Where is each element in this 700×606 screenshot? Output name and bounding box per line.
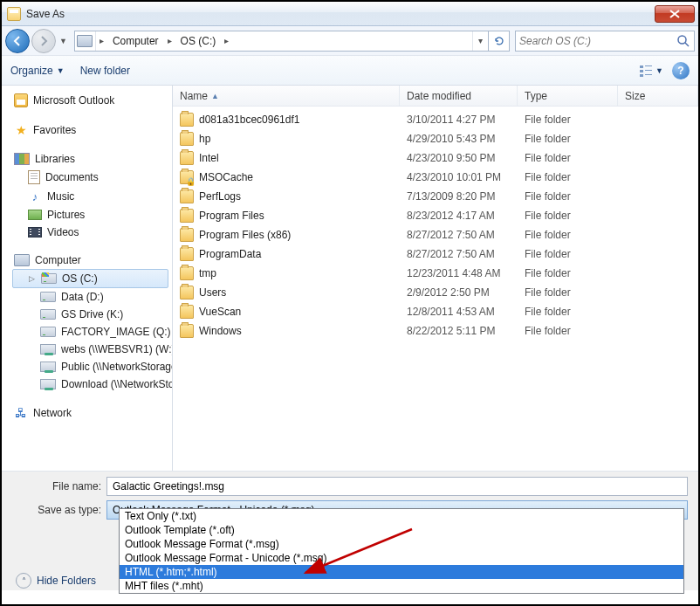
sidebar-item-gs-drive[interactable]: GS Drive (K:) [9, 306, 172, 323]
sidebar-item-music[interactable]: ♪Music [9, 187, 172, 206]
sort-asc-icon: ▲ [211, 92, 219, 100]
svg-rect-5 [645, 70, 652, 71]
table-row[interactable]: tmp12/23/2011 4:48 AMFile folder [173, 264, 698, 283]
view-options-button[interactable]: ▼ [639, 65, 663, 77]
file-name: Program Files (x86) [199, 229, 291, 241]
window-title: Save As [26, 8, 655, 20]
refresh-button[interactable] [488, 31, 509, 51]
table-row[interactable]: Intel4/23/2010 9:50 PMFile folder [173, 148, 698, 168]
sidebar-item-factory-drive[interactable]: FACTORY_IMAGE (Q:) [9, 323, 172, 341]
file-type: File folder [518, 209, 618, 223]
table-row[interactable]: Windows8/22/2012 5:11 PMFile folder [173, 321, 698, 341]
file-date: 8/27/2012 7:50 AM [400, 228, 518, 242]
forward-button[interactable] [31, 29, 56, 53]
folder-icon [180, 151, 194, 165]
address-dropdown[interactable]: ▾ [472, 31, 488, 51]
address-bar[interactable]: ▸ Computer ▸ OS (C:) ▸ ▾ [74, 31, 510, 52]
sidebar-item-computer[interactable]: Computer [2, 251, 172, 269]
sidebar-item-download-drive[interactable]: Download (\\NetworkStorage) [9, 375, 172, 393]
file-name: hp [199, 133, 210, 145]
file-name: ProgramData [199, 248, 261, 260]
search-input[interactable] [519, 35, 676, 47]
app-icon [7, 7, 21, 21]
file-date: 4/23/2010 10:01 PM [400, 170, 518, 184]
drive-icon [41, 273, 57, 284]
sidebar-item-data-drive[interactable]: Data (D:) [9, 288, 172, 306]
table-row[interactable]: PerfLogs7/13/2009 8:20 PMFile folder [173, 187, 698, 206]
table-row[interactable]: VueScan12/8/2011 4:53 AMFile folder [173, 302, 698, 321]
organize-menu[interactable]: Organize ▼ [10, 65, 65, 77]
computer-icon [14, 254, 30, 266]
file-type: File folder [518, 324, 618, 338]
saveastype-label: Save as type: [12, 504, 106, 516]
sidebar-item-libraries[interactable]: Libraries [2, 150, 172, 168]
file-date: 8/27/2012 7:50 AM [400, 247, 518, 261]
network-icon: 🖧 [14, 406, 28, 420]
search-box[interactable] [515, 31, 695, 52]
file-list[interactable]: d081a31bcec0961df13/10/2011 4:27 PMFile … [173, 107, 698, 471]
col-type[interactable]: Type [518, 86, 618, 106]
file-type: File folder [518, 170, 618, 184]
breadcrumb[interactable]: OS (C:) [175, 31, 222, 51]
filename-input[interactable] [106, 477, 688, 496]
sidebar-item-os-drive[interactable]: ▷OS (C:) [12, 269, 168, 288]
table-row[interactable]: d081a31bcec0961df13/10/2011 4:27 PMFile … [173, 110, 698, 129]
folder-icon [180, 189, 194, 203]
sidebar-item-network[interactable]: 🖧Network [2, 403, 172, 423]
sidebar-item-pictures[interactable]: Pictures [9, 206, 172, 224]
recent-locations-dropdown[interactable]: ▼ [58, 37, 69, 45]
folder-icon [180, 305, 194, 319]
sidebar-item-favorites[interactable]: ★Favorites [2, 121, 172, 140]
saveastype-option[interactable]: Outlook Message Format - Unicode (*.msg) [120, 551, 683, 565]
col-date[interactable]: Date modified [400, 86, 518, 106]
table-row[interactable]: hp4/29/2010 5:43 PMFile folder [173, 129, 698, 148]
drive-icon [40, 309, 56, 320]
netdrive-icon [40, 362, 56, 372]
close-button[interactable] [655, 5, 695, 23]
help-button[interactable]: ? [672, 62, 690, 79]
back-button[interactable] [5, 29, 30, 53]
file-name: d081a31bcec0961df1 [199, 114, 299, 126]
file-name: MSOCache [199, 171, 253, 183]
file-name: tmp [199, 267, 216, 279]
saveastype-option[interactable]: Outlook Template (*.oft) [120, 523, 683, 537]
new-folder-button[interactable]: New folder [80, 65, 130, 77]
chevron-right-icon[interactable]: ▸ [221, 31, 232, 51]
col-size[interactable]: Size [618, 86, 698, 106]
sidebar-item-webs-drive[interactable]: webs (\\WEBSVR1) (W:) [9, 341, 172, 358]
saveastype-option[interactable]: HTML (*.htm;*.html) [120, 565, 683, 579]
file-type: File folder [518, 266, 618, 280]
saveastype-option[interactable]: Outlook Message Format (*.msg) [120, 537, 683, 551]
saveastype-option[interactable]: MHT files (*.mht) [120, 579, 683, 593]
hide-folders-button[interactable]: ˄ Hide Folders [16, 573, 96, 589]
svg-line-1 [685, 43, 689, 46]
chevron-right-icon[interactable]: ▸ [96, 31, 107, 51]
table-row[interactable]: MSOCache4/23/2010 10:01 PMFile folder [173, 168, 698, 187]
table-row[interactable]: ProgramData8/27/2012 7:50 AMFile folder [173, 244, 698, 264]
file-date: 2/9/2012 2:50 PM [400, 286, 518, 300]
pictures-icon [28, 210, 42, 220]
file-name: Program Files [199, 210, 264, 222]
toolbar: Organize ▼ New folder ▼ ? [2, 56, 698, 86]
folder-icon [180, 209, 194, 223]
sidebar-item-outlook[interactable]: Microsoft Outlook [2, 91, 172, 110]
saveastype-option[interactable]: Text Only (*.txt) [120, 509, 683, 523]
table-row[interactable]: Program Files8/23/2012 4:17 AMFile folde… [173, 206, 698, 225]
svg-rect-7 [645, 74, 652, 75]
expand-icon[interactable]: ▷ [29, 274, 35, 283]
table-row[interactable]: Program Files (x86)8/27/2012 7:50 AMFile… [173, 225, 698, 244]
file-name: PerfLogs [199, 190, 241, 203]
folder-icon [180, 286, 194, 300]
sidebar-item-public-drive[interactable]: Public (\\NetworkStorage) [9, 358, 172, 375]
table-row[interactable]: Users2/9/2012 2:50 PMFile folder [173, 283, 698, 302]
folder-icon [180, 266, 194, 280]
saveastype-dropdown[interactable]: Text Only (*.txt)Outlook Template (*.oft… [119, 508, 684, 594]
file-type: File folder [518, 132, 618, 146]
sidebar-item-documents[interactable]: Documents [9, 168, 172, 187]
file-type: File folder [518, 305, 618, 319]
sidebar-item-videos[interactable]: Videos [9, 224, 172, 241]
chevron-right-icon[interactable]: ▸ [164, 31, 175, 51]
col-name[interactable]: Name▲ [173, 86, 400, 106]
file-date: 12/23/2011 4:48 AM [400, 266, 518, 280]
breadcrumb[interactable]: Computer [107, 31, 164, 51]
